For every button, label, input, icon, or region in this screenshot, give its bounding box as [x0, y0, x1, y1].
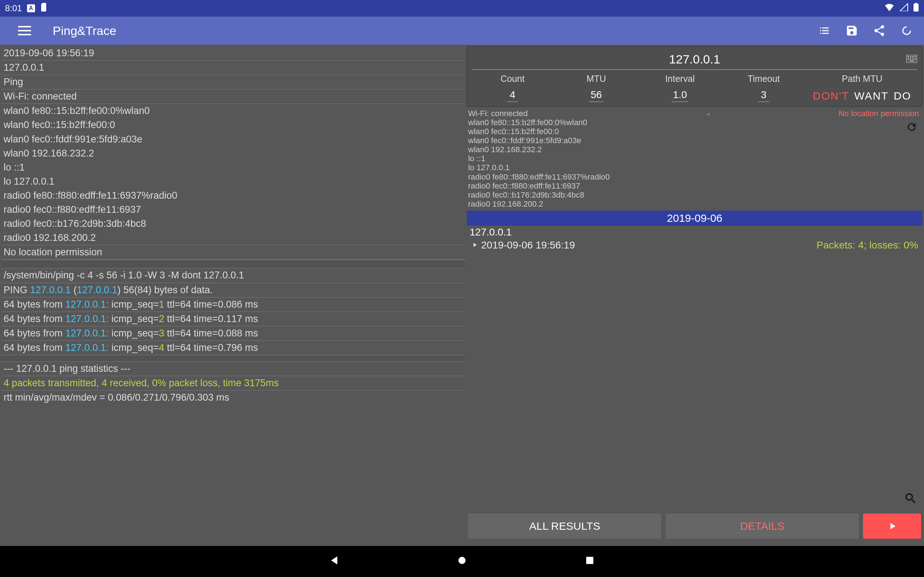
search-icon[interactable] [904, 492, 918, 508]
log-timestamp: 2019-09-06 19:56:19 [2, 46, 465, 61]
svg-rect-3 [912, 56, 914, 58]
svg-rect-11 [586, 557, 593, 564]
log-iface: wlan0 192.168.232.2 [2, 147, 465, 161]
log-iface: wlan0 fec0::fddf:991e:5fd9:a03e [2, 132, 465, 147]
interfaces-info: No location permission Wi-Fi: connected … [467, 108, 922, 209]
nav-back-icon[interactable] [328, 554, 340, 569]
log-wifi: Wi-Fi: connected [2, 89, 465, 104]
log-iface: radio0 fec0::b176:2d9b:3db:4bc8 [2, 217, 465, 231]
results-panel: 2019-09-06 127.0.0.1 2019-09-06 19:56:19… [467, 211, 922, 512]
wifi-icon [884, 3, 894, 13]
log-reply: 64 bytes from 127.0.0.1: icmp_seq=4 ttl=… [2, 341, 465, 355]
loading-icon[interactable] [900, 24, 913, 37]
results-date-header: 2019-09-06 [467, 211, 922, 226]
target-field[interactable]: 127.0.0.1 [472, 49, 917, 70]
details-button[interactable]: DETAILS [666, 514, 859, 539]
battery-icon [913, 3, 919, 14]
log-iface: radio0 fec0::f880:edff:fe11:6937 [2, 203, 465, 217]
log-reply: 64 bytes from 127.0.0.1: icmp_seq=3 ttl=… [2, 326, 465, 341]
log-divider [2, 355, 465, 362]
log-iface: lo ::1 [2, 161, 465, 174]
result-ip: 127.0.0.1 [467, 226, 922, 239]
keyboard-indicator-icon: A [27, 4, 35, 12]
sd-card-icon [40, 3, 47, 14]
svg-rect-5 [908, 58, 909, 60]
noloc-warning: No location permission [838, 109, 919, 118]
log-iface: radio0 192.168.200.2 [2, 231, 465, 245]
svg-point-10 [459, 557, 465, 564]
result-meta: Packets: 4; losses: 0% [816, 239, 918, 251]
share-icon[interactable] [873, 24, 886, 37]
log-iface: radio0 fe80::f880:edff:fe11:6937%radio0 [2, 189, 465, 203]
pathmtu-do[interactable]: DO [894, 90, 911, 102]
refresh-icon[interactable] [906, 121, 918, 134]
nav-recent-icon[interactable] [584, 554, 596, 569]
result-entry[interactable]: 2019-09-06 19:56:19 Packets: 4; losses: … [467, 239, 922, 252]
log-rtt: rtt min/avg/max/mdev = 0.086/0.271/0.796… [2, 390, 465, 405]
param-interval[interactable]: Interval 1.0 [638, 71, 722, 102]
log-target: 127.0.0.1 [2, 61, 465, 75]
log-divider [2, 259, 465, 268]
param-mtu[interactable]: MTU 56 [554, 71, 638, 102]
svg-rect-1 [908, 56, 909, 58]
svg-rect-7 [912, 58, 914, 60]
chevron-up-icon[interactable] [704, 110, 713, 121]
list-icon[interactable] [818, 24, 831, 37]
all-results-button[interactable]: ALL RESULTS [468, 514, 661, 539]
signal-icon [900, 3, 908, 13]
pathmtu-want[interactable]: WANT [855, 90, 888, 102]
log-reply: 64 bytes from 127.0.0.1: icmp_seq=2 ttl=… [2, 312, 465, 326]
log-stats-header: --- 127.0.0.1 ping statistics --- [2, 362, 465, 376]
run-button[interactable] [863, 514, 921, 539]
log-stats-summary: 4 packets transmitted, 4 received, 0% pa… [2, 376, 465, 390]
android-nav-bar [0, 546, 924, 577]
result-time: 2019-09-06 19:56:19 [481, 239, 575, 251]
app-bar: Ping&Trace [0, 16, 924, 45]
keyboard-icon[interactable] [906, 52, 917, 66]
menu-icon[interactable] [18, 26, 31, 35]
android-status-bar: 8:01 A [0, 0, 924, 16]
param-pathmtu: Path MTU DON'T WANT DO [806, 71, 919, 102]
svg-rect-6 [910, 58, 911, 60]
nav-home-icon[interactable] [456, 554, 468, 569]
svg-rect-8 [914, 58, 916, 60]
svg-rect-2 [910, 56, 911, 58]
status-time: 8:01 [5, 3, 22, 13]
app-title: Ping&Trace [53, 24, 116, 38]
log-iface: lo 127.0.0.1 [2, 174, 465, 189]
button-row: ALL RESULTS DETAILS [467, 514, 922, 539]
log-cmd: /system/bin/ping -c 4 -s 56 -i 1.0 -W 3 … [2, 268, 465, 283]
svg-rect-4 [914, 56, 916, 58]
log-noloc: No location permission [2, 245, 465, 259]
log-ping-header: PING 127.0.0.1 (127.0.0.1) 56(84) bytes … [2, 283, 465, 298]
log-mode: Ping [2, 75, 465, 89]
param-timeout[interactable]: Timeout 3 [722, 71, 806, 102]
param-count[interactable]: Count 4 [471, 71, 554, 102]
svg-rect-9 [909, 61, 914, 61]
log-iface: wlan0 fe80::15:b2ff:fe00:0%wlan0 [2, 104, 465, 118]
log-pane: 2019-09-06 19:56:19 127.0.0.1 Ping Wi-Fi… [2, 46, 465, 539]
log-reply: 64 bytes from 127.0.0.1: icmp_seq=1 ttl=… [2, 298, 465, 312]
save-icon[interactable] [845, 24, 858, 37]
play-icon [471, 239, 478, 251]
control-panel: 127.0.0.1 Count 4 MTU 56 Interva [467, 46, 922, 107]
log-iface: wlan0 fec0::15:b2ff:fe00:0 [2, 118, 465, 132]
pathmtu-dont[interactable]: DON'T [813, 90, 849, 102]
